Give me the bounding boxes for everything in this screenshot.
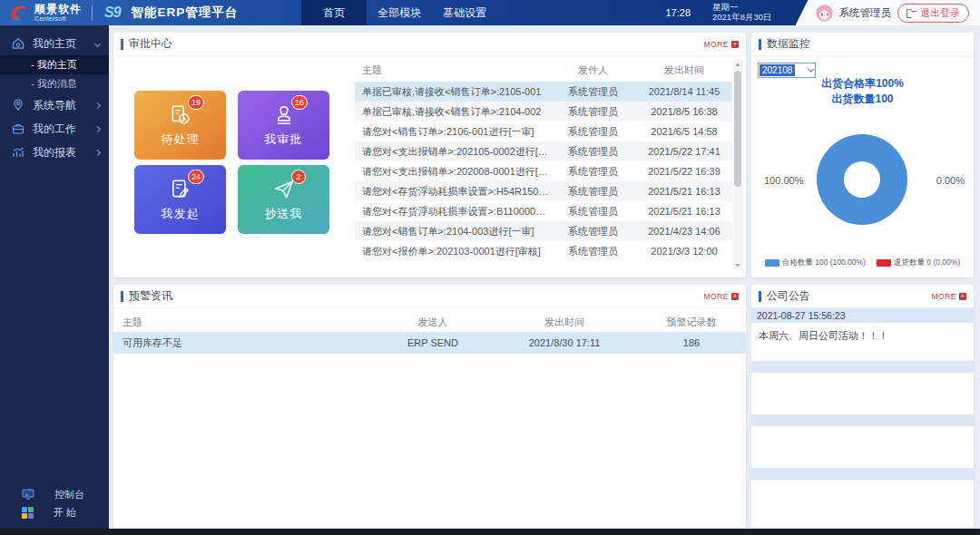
- row-subject: 请您对<报价单>:202103-0001进行[审核]: [355, 245, 550, 258]
- user-avatar[interactable]: [816, 5, 833, 22]
- row-sender: 系统管理员: [550, 225, 636, 238]
- more-label: MORE: [704, 292, 730, 301]
- product-title: 智能ERP管理平台: [132, 5, 239, 21]
- row-subject: 请您对<支出报销单>:202105-0002进行[审核]: [355, 145, 550, 159]
- sidebar-item-system-nav[interactable]: 系统导航: [0, 93, 109, 117]
- legend-label: 退货数量 0 (0.00%): [894, 258, 960, 268]
- row-sender: 系统管理员: [550, 125, 636, 139]
- briefcase-icon: [11, 122, 25, 136]
- start-button[interactable]: 开 始: [0, 503, 109, 521]
- data-monitor-panel: 数据监控 202108 出货合格率100% 出货数量100 100.00% 0.…: [751, 33, 974, 277]
- alerts-table: 主题 发送人 发出时间 预警记录数 可用库存不足 ERP SEND 2021/8…: [113, 312, 746, 354]
- row-subject: 请您对<销售订单>:2106-001进行[一审]: [355, 125, 550, 139]
- brand-name: 顺景软件: [34, 4, 82, 15]
- period-value: 202108: [760, 64, 795, 76]
- scroll-up-icon[interactable]: ▲: [733, 60, 742, 69]
- alert-table-row[interactable]: 可用库存不足 ERP SEND 2021/8/30 17:11 186: [113, 332, 746, 354]
- approval-table-scrollbar[interactable]: ▲ ▼: [733, 60, 742, 270]
- legend-item-return[interactable]: 退货数量 0 (0.00%): [877, 258, 960, 268]
- col-time: 发出时间: [636, 63, 732, 77]
- approval-table-row[interactable]: 请您对<销售订单>:2106-001进行[一审] 系统管理员 2021/6/5 …: [355, 122, 732, 141]
- approval-tiles: 待处理 19 我审批 16 我发起 24: [134, 91, 350, 234]
- announcements-panel-header: 公司公告 MORE +: [751, 285, 974, 308]
- scrollbar-thumb[interactable]: [734, 71, 741, 187]
- date: 2021年8月30日: [712, 13, 771, 23]
- logout-label: 退出登录: [920, 6, 960, 20]
- row-time: 2021/3/3 12:00: [636, 246, 732, 257]
- sidebar: 我的主页 - 我的主页 - 我的消息 系统导航 我的工作 我的报表: [0, 25, 109, 529]
- row-time: 2021/5/22 17:41: [636, 146, 732, 157]
- bottom-edge-bar: [0, 529, 980, 535]
- more-plus-icon: +: [731, 41, 739, 48]
- row-sender: 系统管理员: [550, 145, 636, 159]
- sidebar-item-label: 我的主页: [33, 36, 95, 52]
- row-time: 2021/5/22 16:39: [636, 166, 732, 177]
- swirl-logo-icon: [7, 3, 29, 23]
- nav-item-basic-settings[interactable]: 基础设置: [432, 0, 497, 25]
- announcement-empty-content: [751, 426, 974, 468]
- tile-cc-to-me[interactable]: 抄送我 2: [238, 165, 329, 234]
- approval-table-header: 主题 发件人 发出时间: [355, 58, 732, 82]
- console-button[interactable]: 控制台: [0, 485, 109, 503]
- sidebar-item-label: 我的工作: [33, 122, 95, 137]
- approval-table-row[interactable]: 请您对<销售订单>:2104-003进行[一审] 系统管理员 2021/4/23…: [355, 221, 732, 241]
- sidebar-subitem-my-home[interactable]: - 我的主页: [0, 55, 109, 74]
- user-name: 系统管理员: [839, 6, 892, 20]
- row-time: 2021/6/5 14:58: [636, 126, 732, 137]
- tile-pending[interactable]: 待处理 19: [134, 91, 226, 160]
- sidebar-footer: 控制台 开 始: [0, 485, 109, 521]
- alerts-more-link[interactable]: MORE +: [704, 292, 740, 301]
- row-sender: 系统管理员: [550, 85, 636, 99]
- approval-more-link[interactable]: MORE +: [704, 40, 740, 49]
- alerts-panel: 预警资讯 MORE + 主题 发送人 发出时间 预警记录数 可用库存不足 ERP…: [113, 285, 746, 528]
- row-subject: 请您对<支出报销单>:202008-0001进行[审核]: [355, 165, 550, 179]
- tile-label: 待处理: [162, 131, 200, 148]
- approval-table-row[interactable]: 请您对<存货浮动耗损率设置>:H54R15006002进行[审核] 系统管理员 …: [355, 181, 732, 201]
- alerts-panel-header: 预警资讯 MORE +: [113, 285, 746, 308]
- stat-quantity: 出货数量100: [751, 92, 974, 107]
- approval-table-row[interactable]: 请您对<支出报销单>:202105-0002进行[审核] 系统管理员 2021/…: [355, 141, 732, 161]
- topbar: 顺景软件 Centersoft S9 智能ERP管理平台 首页 全部模块 基础设…: [0, 0, 980, 25]
- logout-button[interactable]: 退出登录: [897, 4, 969, 23]
- sidebar-item-my-reports[interactable]: 我的报表: [0, 141, 109, 164]
- approval-table-row[interactable]: 请您对<支出报销单>:202008-0001进行[审核] 系统管理员 2021/…: [355, 161, 732, 181]
- tile-label: 抄送我: [265, 206, 303, 222]
- announcement-empty-content: [751, 373, 974, 414]
- tile-my-approvals[interactable]: 我审批 16: [238, 91, 329, 160]
- nav-item-all-modules[interactable]: 全部模块: [367, 0, 432, 25]
- row-time: 2021/4/23 14:06: [636, 226, 732, 237]
- sidebar-item-my-work[interactable]: 我的工作: [0, 117, 109, 141]
- topbar-right: 17:28 星期一 2021年8月30日 系统管理员 退出登录: [665, 0, 980, 25]
- approval-rows: 单据已审核,请接收<销售订单>:2105-001 系统管理员 2021/8/14…: [355, 82, 732, 261]
- announcements-more-link[interactable]: MORE +: [932, 292, 967, 301]
- alerts-rows: 可用库存不足 ERP SEND 2021/8/30 17:11 186: [113, 332, 746, 354]
- announcement-empty-row: [751, 414, 974, 426]
- approval-table-row[interactable]: 请您对<存货浮动耗损率设置>:B11000001进行[审核] 系统管理员 202…: [355, 201, 732, 221]
- legend-item-pass[interactable]: 合格数量 100 (100.00%): [765, 258, 866, 268]
- approval-table-row[interactable]: 请您对<报价单>:202103-0001进行[审核] 系统管理员 2021/3/…: [355, 241, 732, 261]
- alerts-panel-title: 预警资讯: [121, 288, 172, 304]
- announcement-date[interactable]: 2021-08-27 15:56:23: [751, 308, 974, 323]
- tile-my-initiated[interactable]: 我发起 24: [134, 165, 226, 234]
- col-time: 发出时间: [492, 316, 637, 329]
- row-time: 2021/5/21 16:13: [636, 186, 732, 197]
- sidebar-subitem-my-messages[interactable]: - 我的消息: [0, 74, 109, 93]
- announcement-content[interactable]: 本周六、周日公司活动！！！: [751, 323, 974, 361]
- select-chevron-icon: [808, 66, 814, 73]
- nav-item-home[interactable]: 首页: [301, 0, 367, 25]
- stat-pass-rate: 出货合格率100%: [751, 76, 974, 92]
- monitor-panel-title: 数据监控: [759, 36, 810, 52]
- main-content: 审批中心 MORE + 待处理 19: [109, 25, 980, 535]
- row-time: 2021/8/5 16:38: [636, 106, 732, 117]
- scroll-down-icon[interactable]: ▼: [733, 261, 742, 270]
- donut-chart[interactable]: [817, 134, 907, 225]
- row-sender: 系统管理员: [550, 205, 636, 219]
- col-sender: 发件人: [550, 63, 636, 77]
- top-nav: 首页 全部模块 基础设置: [301, 0, 497, 25]
- logout-icon: [906, 8, 916, 17]
- donut-label-right: 0.00%: [936, 175, 965, 186]
- tile-badge: 24: [188, 170, 204, 184]
- approval-table-row[interactable]: 单据已审核,请接收<销售订单>:2105-001 系统管理员 2021/8/14…: [355, 82, 732, 102]
- sidebar-item-my-home[interactable]: 我的主页: [0, 32, 109, 55]
- approval-table-row[interactable]: 单据已审核,请接收<销售订单>:2104-002 系统管理员 2021/8/5 …: [355, 102, 732, 122]
